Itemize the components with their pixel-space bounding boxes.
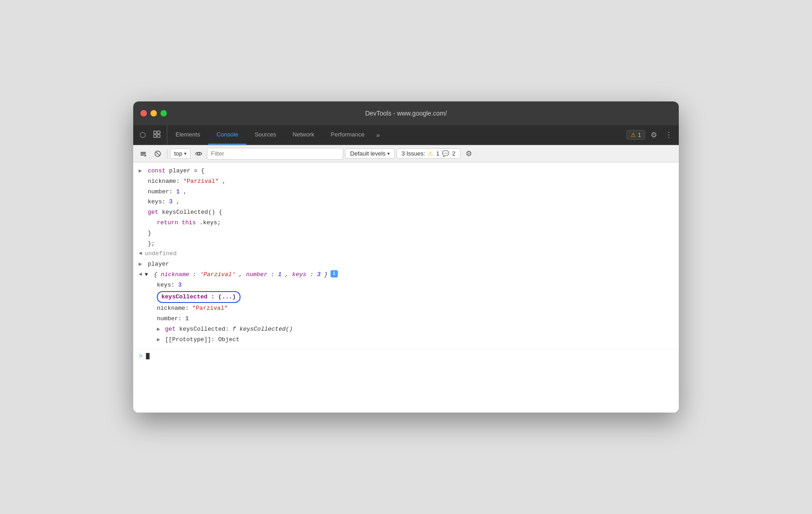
console-output: ▶ const player = { nickname: "Parzival" …	[133, 162, 679, 413]
output-object-collapsed: ◀ ▼ { nickname : 'Parzival' , number : 1…	[133, 270, 679, 280]
tab-sources[interactable]: Sources	[246, 125, 285, 145]
info-count-icon: 💬	[442, 150, 449, 157]
svg-rect-1	[157, 131, 160, 134]
console-prompt[interactable]: >	[133, 349, 679, 363]
toolbar-divider-1	[167, 149, 167, 158]
prop-number: number: 1	[133, 314, 679, 324]
inspect-icon[interactable]	[150, 129, 163, 141]
svg-rect-2	[154, 135, 156, 137]
prop-getter-fn: ▶ get keysCollected: f keysCollected()	[133, 324, 679, 335]
console-toolbar: top ▾ Default levels ▾ 3 Issues: ⚠ 1 💬 2…	[133, 145, 679, 162]
window-controls	[140, 110, 167, 116]
warning-count-icon: ⚠	[428, 150, 433, 157]
settings-icon[interactable]: ⚙	[648, 129, 660, 141]
context-dropdown[interactable]: top ▾	[170, 148, 190, 159]
collapse-arrow[interactable]: ▼	[145, 270, 151, 279]
output-undefined: ◀ undefined	[133, 249, 679, 259]
svg-rect-4	[140, 152, 146, 153]
left-arrow-icon: ◀	[139, 249, 142, 258]
code-line-7: }	[133, 228, 679, 239]
titlebar: DevTools - www.google.com/	[133, 101, 679, 125]
code-line-4: keys: 3 ,	[133, 197, 679, 207]
eye-icon[interactable]	[192, 147, 205, 160]
clear-console-button[interactable]	[137, 147, 150, 160]
expand-arrow[interactable]: ▶	[139, 166, 145, 176]
svg-line-9	[156, 151, 160, 156]
issues-count-button[interactable]: 3 Issues: ⚠ 1 💬 2	[396, 148, 461, 159]
more-options-icon[interactable]: ⋮	[662, 129, 675, 141]
more-tabs-icon[interactable]: »	[373, 125, 384, 145]
svg-rect-6	[140, 155, 144, 156]
code-line-5: get keysCollected() {	[133, 207, 679, 218]
log-levels-dropdown[interactable]: Default levels ▾	[345, 148, 395, 159]
close-button[interactable]	[140, 110, 147, 116]
info-icon[interactable]: i	[331, 270, 338, 277]
tab-performance[interactable]: Performance	[322, 125, 372, 145]
console-settings-icon[interactable]: ⚙	[462, 147, 475, 160]
input-player: ▶ player	[133, 259, 679, 270]
code-line-1: ▶ const player = {	[133, 166, 679, 176]
prop-keys-collected: keysCollected : (...)	[133, 291, 679, 304]
highlighted-getter: keysCollected : (...)	[157, 291, 241, 303]
tabbar-right: ⚠ 1 ⚙ ⋮	[623, 125, 679, 145]
maximize-button[interactable]	[160, 110, 167, 116]
chevron-down-icon: ▾	[184, 151, 186, 156]
minimize-button[interactable]	[150, 110, 157, 116]
svg-rect-5	[140, 153, 146, 154]
warning-icon: ⚠	[631, 131, 636, 138]
chevron-down-icon: ▾	[387, 151, 390, 156]
svg-point-10	[198, 152, 200, 155]
filter-input[interactable]	[207, 148, 343, 160]
tabbar-tabs: Elements Console Sources Network Perform…	[167, 125, 623, 145]
expand-arrow-player[interactable]: ▶	[139, 260, 145, 269]
tabbar: ⬡ Elements Console Sources Netwo	[133, 125, 679, 145]
tabbar-left-icons: ⬡	[133, 125, 167, 145]
tab-console[interactable]: Console	[208, 125, 246, 145]
issues-badge[interactable]: ⚠ 1	[627, 130, 645, 140]
code-line-8: };	[133, 239, 679, 249]
code-line-3: number: 1 ,	[133, 187, 679, 197]
tab-network[interactable]: Network	[285, 125, 323, 145]
cursor-icon[interactable]: ⬡	[137, 129, 149, 141]
code-line-6: return this .keys;	[133, 218, 679, 228]
expand-getter-icon[interactable]: ▶	[157, 325, 163, 334]
window-title: DevTools - www.google.com/	[365, 110, 447, 117]
left-arrow-obj-icon: ◀	[139, 270, 142, 279]
devtools-window: DevTools - www.google.com/ ⬡ Elements Co…	[133, 101, 679, 413]
svg-marker-7	[145, 154, 146, 157]
svg-rect-0	[154, 131, 156, 134]
prop-prototype: ▶ [[Prototype]]: Object	[133, 335, 679, 345]
prompt-icon: >	[139, 351, 142, 361]
svg-rect-3	[157, 135, 160, 137]
cursor	[146, 353, 150, 359]
block-icon[interactable]	[151, 147, 164, 160]
prop-nickname: nickname: "Parzival"	[133, 303, 679, 314]
tab-elements[interactable]: Elements	[167, 125, 208, 145]
code-line-2: nickname: "Parzival" ,	[133, 176, 679, 187]
expand-prototype-icon[interactable]: ▶	[157, 335, 163, 344]
prop-keys: keys: 3	[133, 280, 679, 291]
